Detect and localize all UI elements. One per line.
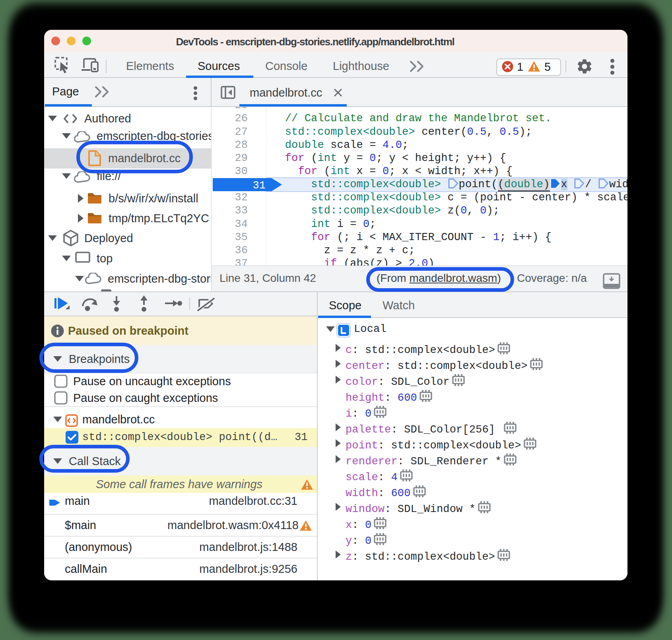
svg-text:31: 31 [253,180,266,191]
